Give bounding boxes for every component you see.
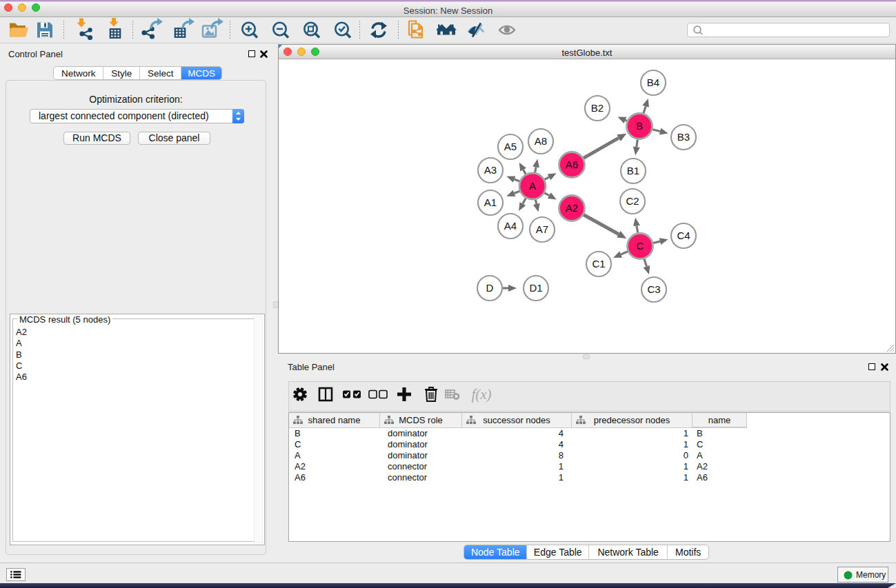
svg-text:A3: A3 — [484, 164, 497, 176]
svg-text:C1: C1 — [592, 258, 605, 270]
svg-text:B4: B4 — [647, 77, 659, 88]
svg-text:A8: A8 — [535, 135, 547, 147]
svg-text:D: D — [486, 282, 494, 294]
svg-text:C2: C2 — [626, 195, 639, 207]
svg-text:A4: A4 — [504, 220, 517, 232]
svg-text:A: A — [529, 180, 536, 192]
svg-text:A7: A7 — [536, 223, 548, 235]
svg-text:C4: C4 — [677, 230, 690, 241]
svg-text:C3: C3 — [647, 283, 660, 295]
svg-text:f(x): f(x) — [471, 386, 491, 403]
svg-text:B2: B2 — [591, 102, 604, 114]
svg-text:C: C — [637, 240, 644, 252]
svg-text:B: B — [636, 120, 643, 132]
svg-text:A1: A1 — [484, 196, 497, 208]
svg-text:B1: B1 — [627, 165, 639, 176]
svg-text:A5: A5 — [504, 141, 517, 152]
svg-text:B3: B3 — [677, 131, 690, 143]
svg-text:D1: D1 — [529, 282, 542, 294]
svg-text:A6: A6 — [566, 159, 578, 170]
svg-text:A2: A2 — [566, 202, 578, 214]
